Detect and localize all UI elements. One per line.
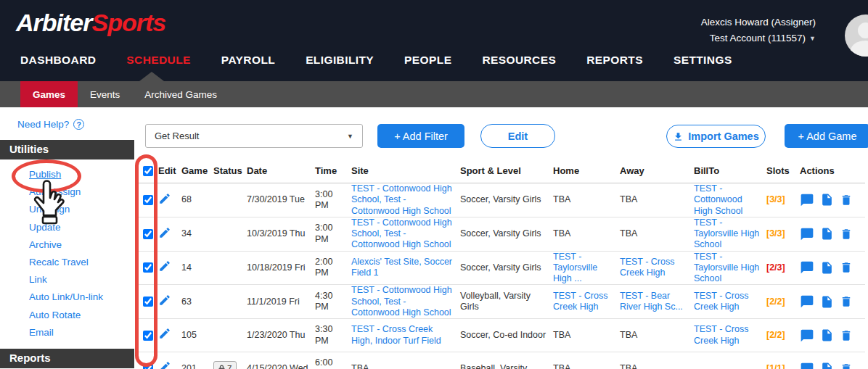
row-checkbox[interactable] [143,364,153,369]
col-slots: Slots [766,165,800,176]
sport-level: Soccer, Varsity Girls [460,262,553,273]
away-team: TEST - Cross Creek High [620,257,694,279]
comment-icon[interactable] [800,260,814,275]
need-help-label: Need Help? [17,119,69,130]
nav-dashboard[interactable]: DASHBOARD [20,54,96,67]
game-date: 1/23/2020 Thu [247,330,315,341]
row-checkbox[interactable] [143,262,153,273]
col-away: Away [620,165,694,176]
document-icon[interactable] [820,193,834,207]
edit-pencil-icon[interactable] [158,226,171,239]
document-icon[interactable] [820,227,834,241]
app-root: ArbiterSports Alexcis Howard (Assigner) … [0,0,868,369]
utilities-section-header: Utilities [0,140,134,159]
nav-resources[interactable]: RESOURCES [482,54,556,67]
game-time: 3:00 PM [315,223,351,245]
edit-pencil-icon[interactable] [158,327,171,340]
sidebar-item-update[interactable]: Update [29,219,134,236]
comment-icon[interactable] [800,227,814,241]
site-link[interactable]: TEST - Cottonwood High School, Test - Co… [351,183,452,216]
nav-payroll[interactable]: PAYROLL [221,54,275,67]
import-games-label: Import Games [688,130,759,142]
help-question-icon: ? [73,119,84,130]
comment-icon[interactable] [800,193,814,207]
logo-sports: Sports [91,9,165,36]
sidebar-item-publish[interactable]: Publish [29,166,134,183]
delete-icon[interactable] [840,329,853,342]
main-content: Get Result ▼ + Add Filter Edit Import Ga… [134,107,868,369]
select-all-checkbox[interactable] [143,166,153,176]
edit-pencil-icon[interactable] [158,294,171,307]
document-icon[interactable] [820,362,834,369]
col-home: Home [553,165,620,176]
status-count: 7 [227,363,232,369]
row-actions [800,227,861,241]
tab-archived-games[interactable]: Archived Games [132,81,229,107]
logo-arbiter: Arbiter [16,9,91,36]
sport-level: Soccer, Varsity Girls [460,228,553,239]
need-help-link[interactable]: Need Help? ? [17,119,134,130]
sub-nav: Games Events Archived Games [0,81,868,107]
tab-events[interactable]: Events [78,81,132,107]
site-link[interactable]: TEST - Cross Creek High, Indoor Turf Fie… [351,324,441,345]
row-checkbox[interactable] [143,331,153,341]
edit-button[interactable]: Edit [480,124,555,148]
delete-icon[interactable] [840,194,853,207]
billto-link[interactable]: TEST - Cottonwood High School [694,183,742,216]
delete-icon[interactable] [840,228,853,241]
game-time: 2:00 PM [315,257,351,279]
site-link[interactable]: TEST - Cottonwood High School, Test - Co… [351,285,452,318]
col-game: Game [181,165,213,176]
sidebar-item-link[interactable]: Link [29,271,134,289]
user-name: Alexcis Howard (Assigner) [701,14,816,30]
user-menu[interactable]: Alexcis Howard (Assigner) Test Account (… [701,14,816,47]
edit-pencil-icon[interactable] [158,260,171,273]
away-team: TBA [620,330,694,341]
slots-badge: [3/3] [766,194,800,205]
nav-people[interactable]: PEOPLE [404,54,451,67]
row-checkbox[interactable] [143,195,153,205]
delete-icon[interactable] [840,261,853,274]
avatar[interactable] [845,14,868,57]
add-game-button[interactable]: + Add Game [785,124,868,148]
site-link[interactable]: TEST - Cottonwood High School, Test - Co… [351,217,452,250]
delete-icon[interactable] [840,362,853,369]
sidebar-item-auto-rotate[interactable]: Auto Rotate [29,307,134,324]
row-checkbox[interactable] [143,229,153,239]
tab-games[interactable]: Games [20,81,78,107]
comment-icon[interactable] [800,328,814,343]
delete-icon[interactable] [840,295,853,308]
document-icon[interactable] [820,295,834,309]
sport-level: Soccer, Varsity Girls [460,194,553,205]
comment-icon[interactable] [800,294,814,309]
nav-settings[interactable]: SETTINGS [673,54,732,67]
billto-link[interactable]: TEST - Taylorsville High School [694,252,759,284]
game-time: 6:00 PM [315,357,351,369]
status-badge[interactable]: 7 [213,361,237,369]
home-team: TBA [553,228,620,239]
sidebar-item-archive[interactable]: Archive [29,236,134,254]
sidebar-item-auto-link-unlink[interactable]: Auto Link/Un-link [29,289,134,306]
nav-schedule[interactable]: SCHEDULE [126,54,190,67]
billto-link[interactable]: TEST - Cross Creek High [694,291,748,312]
row-checkbox[interactable] [143,297,153,307]
billto-link[interactable]: TEST - Cross Creek High [694,324,748,345]
sidebar-item-email[interactable]: Email [29,324,134,341]
add-filter-button[interactable]: + Add Filter [377,124,464,148]
import-games-button[interactable]: Import Games [666,125,766,148]
document-icon[interactable] [820,261,834,275]
nav-eligibility[interactable]: ELIGIBILITY [306,54,374,67]
edit-pencil-icon[interactable] [158,360,171,369]
sidebar-item-auto-assign[interactable]: Auto Assign [29,183,134,201]
comment-icon[interactable] [800,362,814,369]
nav-reports[interactable]: REPORTS [586,54,643,67]
sidebar: Need Help? ? Utilities Publish Auto Assi… [0,107,134,369]
site-link[interactable]: Alexcis' Test Site, Soccer Field 1 [351,257,452,278]
sidebar-item-unassign[interactable]: Unassign [29,201,134,218]
document-icon[interactable] [820,328,834,342]
sidebar-item-recalc-travel[interactable]: Recalc Travel [29,254,134,271]
home-team: TEST - Cross Creek High [553,291,620,313]
get-result-select[interactable]: Get Result ▼ [145,124,363,148]
billto-link[interactable]: TEST - Taylorsville High School [694,217,759,250]
edit-pencil-icon[interactable] [158,192,171,205]
